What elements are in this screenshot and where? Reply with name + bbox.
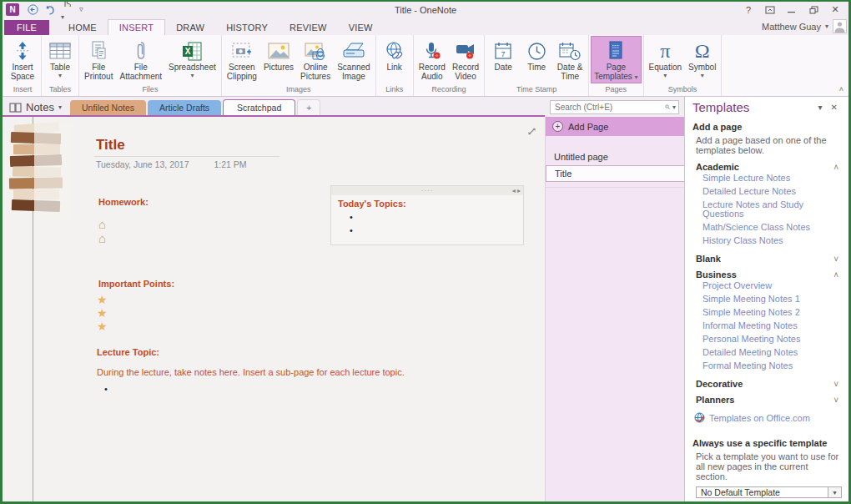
template-link[interactable]: Project Overview <box>702 281 842 290</box>
expand-page-icon[interactable] <box>526 125 537 140</box>
spreadsheet-button[interactable]: X Spreadsheet ▾ <box>165 36 219 83</box>
chevron-down-icon[interactable]: ˅ <box>833 396 842 405</box>
ribbon-display-options-button[interactable] <box>760 3 780 17</box>
time-button[interactable]: Time <box>520 36 553 83</box>
search-box[interactable]: ▾ <box>550 100 679 114</box>
undo-icon[interactable] <box>44 5 55 15</box>
account-menu[interactable]: Matthew Guay ▾ <box>762 19 847 35</box>
page-list-item-selected[interactable]: Title <box>546 165 684 182</box>
add-section-button[interactable]: + <box>297 99 320 115</box>
page-canvas[interactable]: Title Tuesday, June 13, 2017 1:21 PM Hom… <box>3 117 545 501</box>
ribbon-group-files: File Printout File Attachment X Spreadsh… <box>79 35 222 96</box>
chevron-up-icon[interactable]: ˄ <box>833 270 842 280</box>
tab-review[interactable]: REVIEW <box>279 20 338 35</box>
template-link[interactable]: Informal Meeting Notes <box>702 321 842 330</box>
todays-topics-heading[interactable]: Today's Topics: <box>331 195 523 209</box>
section-tab-article-drafts[interactable]: Article Drafts <box>148 100 221 115</box>
template-link[interactable]: Personal Meeting Notes <box>702 335 842 344</box>
button-label: Date & <box>557 63 583 72</box>
pane-close-icon[interactable]: ✕ <box>827 103 842 112</box>
template-link[interactable]: Formal Meeting Notes <box>702 361 842 370</box>
tab-view[interactable]: VIEW <box>338 20 384 35</box>
minimize-button[interactable] <box>782 3 802 17</box>
search-icon[interactable] <box>665 102 670 112</box>
tab-insert[interactable]: INSERT <box>108 19 165 35</box>
video-camera-icon <box>455 39 476 63</box>
symbol-button[interactable]: Ω Symbol ▾ <box>685 36 719 83</box>
default-template-dropdown[interactable]: No Default Template ▾ <box>696 486 842 498</box>
template-group-academic[interactable]: Academic ˄ <box>696 162 842 172</box>
screen-clipping-button[interactable]: Screen Clipping <box>224 36 260 83</box>
bullet-item[interactable]: • <box>331 222 523 235</box>
page-templates-button[interactable]: Page Templates ▾ <box>591 36 641 83</box>
lecture-topic-heading[interactable]: Lecture Topic: <box>97 347 159 357</box>
template-link[interactable]: Simple Meeting Notes 1 <box>702 295 842 304</box>
homework-heading[interactable]: Homework: <box>98 197 149 207</box>
chevron-up-icon[interactable]: ˄ <box>833 163 842 172</box>
bullet-item[interactable]: • <box>331 209 523 222</box>
caret-down-icon: ▾ <box>190 72 194 79</box>
onenote-logo-icon[interactable]: N <box>6 3 19 16</box>
table-button[interactable]: Table ▾ <box>43 36 77 83</box>
template-link[interactable]: Lecture Notes and Study Questions <box>702 200 842 219</box>
collapse-ribbon-button[interactable]: ˄ <box>839 85 843 93</box>
template-link[interactable]: Detailed Meeting Notes <box>702 348 842 357</box>
section-tab-scratchpad[interactable]: Scratchpad <box>223 99 295 115</box>
page-list-item[interactable]: Untitled page <box>546 148 684 165</box>
important-points-heading[interactable]: Important Points: <box>98 279 174 289</box>
record-video-button[interactable]: Record Video <box>449 36 482 83</box>
template-link[interactable]: Math/Science Class Notes <box>702 223 842 232</box>
resize-arrows-icon[interactable]: ◂ ▸ <box>512 187 521 194</box>
template-link[interactable]: History Class Notes <box>702 236 842 245</box>
ribbon: Insert Space Insert Table ▾ Tables File <box>3 35 848 97</box>
touch-mode-icon[interactable]: ▾ <box>61 0 73 23</box>
restore-button[interactable] <box>803 3 823 17</box>
chevron-down-icon[interactable]: ˅ <box>833 380 842 389</box>
record-audio-button[interactable]: Record Audio <box>415 36 449 83</box>
template-link[interactable]: Simple Lecture Notes <box>702 174 842 183</box>
templates-on-office-link[interactable]: Templates on Office.com <box>694 412 842 423</box>
tab-file[interactable]: FILE <box>4 20 49 35</box>
section-tab-unfiled-notes[interactable]: Unfiled Notes <box>70 100 146 115</box>
close-button[interactable]: ✕ <box>825 3 845 17</box>
app-window: N ▾ ▿ Title - OneNote ? ✕ FILE HOME INSE… <box>0 0 851 504</box>
template-group-planners[interactable]: Planners ˅ <box>696 395 842 405</box>
page-title[interactable]: Title <box>96 137 125 154</box>
note-container-handle[interactable]: ···· ◂ ▸ <box>331 186 523 195</box>
pictures-button[interactable]: Pictures <box>260 36 297 83</box>
scanner-icon <box>341 39 366 63</box>
template-group-decorative[interactable]: Decorative ˅ <box>696 379 842 389</box>
search-input[interactable] <box>555 103 665 112</box>
file-attachment-button[interactable]: File Attachment <box>116 36 165 83</box>
search-scope-caret-icon[interactable]: ▾ <box>672 103 676 111</box>
date-and-time-button[interactable]: Date & Time <box>553 36 587 83</box>
equation-button[interactable]: π Equation ▾ <box>646 36 685 83</box>
add-page-button[interactable]: + Add Page <box>546 117 684 136</box>
pane-options-caret-icon[interactable]: ▾ <box>814 103 827 111</box>
lecture-topic-text[interactable]: During the lecture, take notes here. Ins… <box>97 367 405 377</box>
link-button[interactable]: Link <box>378 36 411 83</box>
scanned-image-button[interactable]: Scanned Image <box>334 36 373 83</box>
tab-draw[interactable]: DRAW <box>165 20 215 35</box>
drag-handle-dots-icon[interactable]: ···· <box>421 187 434 194</box>
tab-home[interactable]: HOME <box>58 20 108 35</box>
todays-topics-note-container[interactable]: ···· ◂ ▸ Today's Topics: • • <box>330 185 524 245</box>
back-icon[interactable] <box>28 4 38 15</box>
avatar[interactable] <box>833 19 847 33</box>
insert-space-button[interactable]: Insert Space <box>6 36 39 83</box>
template-link[interactable]: Detailed Lecture Notes <box>702 187 842 196</box>
bullet-item[interactable]: • <box>104 384 108 394</box>
dropdown-caret-icon[interactable]: ▾ <box>828 487 841 497</box>
file-printout-button[interactable]: File Printout <box>81 36 116 83</box>
template-link[interactable]: Simple Meeting Notes 2 <box>702 308 842 317</box>
customize-qat-icon[interactable]: ▿ <box>79 6 83 13</box>
chevron-down-icon[interactable]: ˅ <box>833 255 842 264</box>
tab-history[interactable]: HISTORY <box>215 20 279 35</box>
template-group-business[interactable]: Business ˄ <box>696 270 842 280</box>
online-pictures-button[interactable]: Online Pictures <box>297 36 334 83</box>
caret-down-icon: ▾ <box>58 103 62 111</box>
help-button[interactable]: ? <box>738 3 758 17</box>
date-button[interactable]: 7 Date <box>486 36 520 83</box>
template-group-blank[interactable]: Blank ˅ <box>696 254 842 264</box>
notebook-dropdown[interactable]: Notes ▾ <box>3 101 70 115</box>
